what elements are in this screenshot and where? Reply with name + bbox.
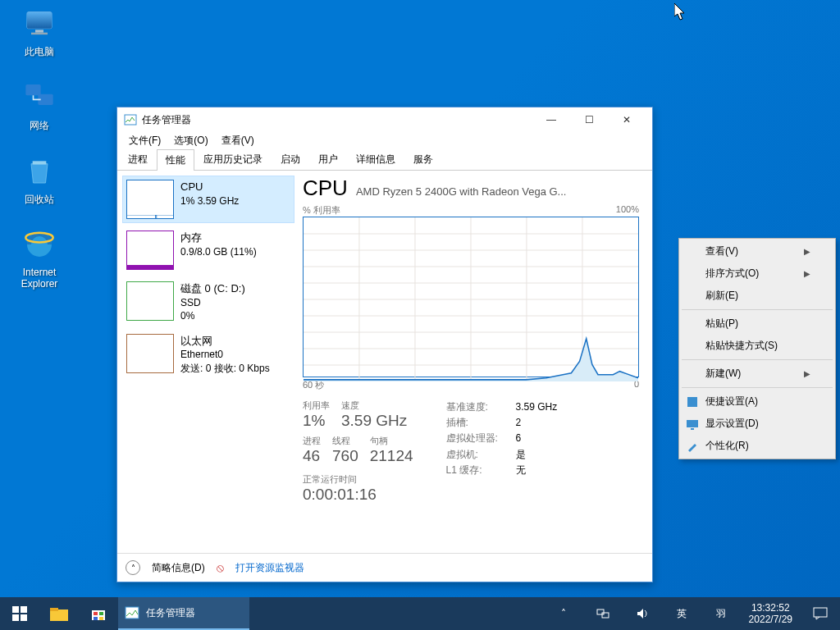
svg-rect-28 — [21, 606, 27, 613]
ctx-quick-settings[interactable]: 便捷设置(A) — [681, 390, 833, 413]
computer-icon — [23, 7, 56, 39]
desktop-icon-computer[interactable]: 此电脑 — [8, 7, 71, 59]
svg-rect-41 — [814, 608, 827, 617]
ctx-new[interactable]: 新建(W)▶ — [681, 363, 833, 385]
svg-rect-4 — [25, 84, 40, 95]
svg-rect-36 — [94, 617, 98, 620]
disk-mini-chart — [126, 281, 174, 321]
ctx-sort[interactable]: 排序方式(O)▶ — [681, 262, 833, 285]
desktop-context-menu: 查看(V)▶ 排序方式(O)▶ 刷新(E) 粘贴(P) 粘贴快捷方式(S) 新建… — [678, 238, 836, 459]
resmon-icon: ⦸ — [217, 561, 224, 575]
ctx-paste[interactable]: 粘贴(P) — [681, 313, 833, 335]
svg-rect-34 — [94, 612, 98, 615]
main-chart-area: CPU AMD Ryzen 5 2400G with Radeon Vega G… — [294, 176, 647, 548]
svg-rect-6 — [33, 161, 47, 164]
mouse-cursor — [674, 3, 687, 21]
ctx-refresh[interactable]: 刷新(E) — [681, 285, 833, 307]
performance-list: CPU 1% 3.59 GHz 内存 0.9/8.0 GB (11%) 磁盘 0… — [122, 176, 294, 548]
y-axis-max: 100% — [616, 204, 639, 217]
theme-icon — [686, 440, 699, 453]
desktop-icon-network[interactable]: 网络 — [8, 80, 71, 133]
recycle-bin-icon — [23, 154, 56, 187]
taskmgr-icon — [124, 113, 137, 126]
tray-ime-lang[interactable]: 英 — [662, 597, 701, 630]
tab-services[interactable]: 服务 — [404, 148, 442, 170]
cpu-chart — [303, 217, 639, 377]
taskbar-clock[interactable]: 13:32:52 2022/7/29 — [741, 602, 801, 626]
tab-processes[interactable]: 进程 — [119, 148, 157, 170]
separator — [682, 387, 833, 388]
tray-notifications[interactable] — [801, 597, 840, 630]
main-title: CPU — [303, 176, 348, 201]
y-axis-label: % 利用率 — [303, 204, 340, 217]
collapse-icon[interactable]: ˄ — [126, 560, 140, 575]
menu-options[interactable]: 选项(O) — [167, 132, 214, 148]
separator — [682, 359, 833, 360]
taskbar: 任务管理器 ˄ 英 羽 13:32:52 2022/7/29 — [0, 597, 840, 630]
svg-rect-32 — [50, 608, 58, 611]
perf-item-memory[interactable]: 内存 0.9/8.0 GB (11%) — [122, 226, 294, 274]
tab-users[interactable]: 用户 — [309, 148, 347, 170]
memory-mini-chart — [126, 231, 174, 270]
perf-item-cpu[interactable]: CPU 1% 3.59 GHz — [122, 176, 294, 223]
tab-startup[interactable]: 启动 — [272, 148, 309, 170]
tray-overflow[interactable]: ˄ — [544, 597, 583, 630]
desktop-icon-recycle[interactable]: 回收站 — [8, 154, 71, 207]
svg-rect-29 — [12, 614, 19, 621]
network-tray-icon — [596, 607, 609, 620]
display-icon — [686, 418, 699, 431]
ctx-paste-shortcut[interactable]: 粘贴快捷方式(S) — [681, 335, 833, 357]
tab-performance[interactable]: 性能 — [157, 149, 194, 171]
tray-ime-mode[interactable]: 羽 — [701, 597, 741, 630]
perf-item-disk[interactable]: 磁盘 0 (C: D:) SSD 0% — [122, 277, 294, 326]
svg-rect-31 — [50, 609, 68, 621]
svg-rect-40 — [602, 613, 609, 618]
specs-block: 基准速度:3.59 GHz 插槽:2 虚拟处理器:6 虚拟机:是 L1 缓存:无 — [446, 399, 558, 504]
minimize-button[interactable]: — — [532, 107, 570, 132]
ctx-personalize[interactable]: 个性化(R) — [681, 435, 833, 457]
notification-icon — [813, 607, 828, 620]
maximize-button[interactable]: ☐ — [570, 107, 608, 132]
menubar: 文件(F) 选项(O) 查看(V) — [117, 132, 652, 148]
separator — [682, 309, 833, 310]
svg-rect-1 — [27, 12, 52, 29]
svg-rect-24 — [687, 397, 697, 407]
ctx-view[interactable]: 查看(V)▶ — [681, 240, 833, 262]
fewer-details-link[interactable]: 简略信息(D) — [152, 561, 205, 575]
perf-item-ethernet[interactable]: 以太网 Ethernet0 发送: 0 接收: 0 Kbps — [122, 330, 294, 379]
menu-view[interactable]: 查看(V) — [215, 132, 261, 148]
svg-rect-25 — [687, 420, 698, 427]
taskbar-explorer[interactable] — [39, 597, 79, 630]
network-icon — [23, 80, 56, 113]
svg-rect-37 — [99, 617, 103, 620]
store-icon — [90, 605, 107, 622]
start-button[interactable] — [0, 597, 39, 630]
tool-icon — [686, 395, 699, 409]
titlebar[interactable]: 任务管理器 — ☐ ✕ — [117, 107, 652, 132]
volume-icon — [636, 607, 649, 620]
taskbar-app-taskmanager[interactable]: 任务管理器 — [118, 597, 249, 630]
tab-app-history[interactable]: 应用历史记录 — [194, 148, 272, 170]
folder-icon — [50, 606, 68, 621]
tray-network-icon[interactable] — [583, 597, 623, 630]
cpu-mini-chart — [126, 180, 174, 219]
menu-file[interactable]: 文件(F) — [122, 132, 167, 148]
cpu-model: AMD Ryzen 5 2400G with Radeon Vega G... — [356, 185, 567, 198]
svg-rect-2 — [35, 30, 43, 32]
content-area: CPU 1% 3.59 GHz 内存 0.9/8.0 GB (11%) 磁盘 0… — [117, 171, 652, 553]
svg-rect-26 — [691, 428, 694, 430]
svg-rect-27 — [12, 606, 19, 613]
tabs: 进程 性能 应用历史记录 启动 用户 详细信息 服务 — [117, 148, 652, 171]
svg-rect-3 — [31, 33, 48, 35]
taskbar-store[interactable] — [79, 597, 118, 630]
svg-rect-35 — [99, 612, 103, 615]
ctx-display-settings[interactable]: 显示设置(D) — [681, 413, 833, 435]
tray-volume-icon[interactable] — [623, 597, 662, 630]
footer-bar: ˄ 简略信息(D) ⦸ 打开资源监视器 — [117, 553, 652, 582]
tab-details[interactable]: 详细信息 — [347, 148, 404, 170]
close-button[interactable]: ✕ — [608, 107, 646, 132]
window-title: 任务管理器 — [142, 113, 532, 127]
desktop-icon-ie[interactable]: Internet Explorer — [8, 228, 71, 290]
stats-block: 利用率1% 速度3.59 GHz 进程46 线程760 句柄21124 正常运行… — [303, 399, 639, 504]
open-resource-monitor-link[interactable]: 打开资源监视器 — [235, 561, 304, 575]
